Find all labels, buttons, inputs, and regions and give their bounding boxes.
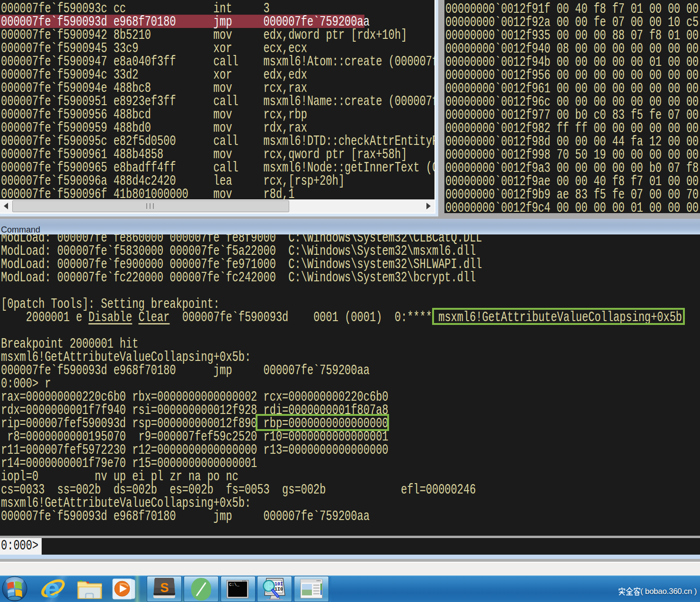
svg-text:C:\_: C:\_ (229, 583, 239, 587)
svg-text:e: e (44, 575, 60, 602)
svg-text:S: S (160, 581, 169, 595)
